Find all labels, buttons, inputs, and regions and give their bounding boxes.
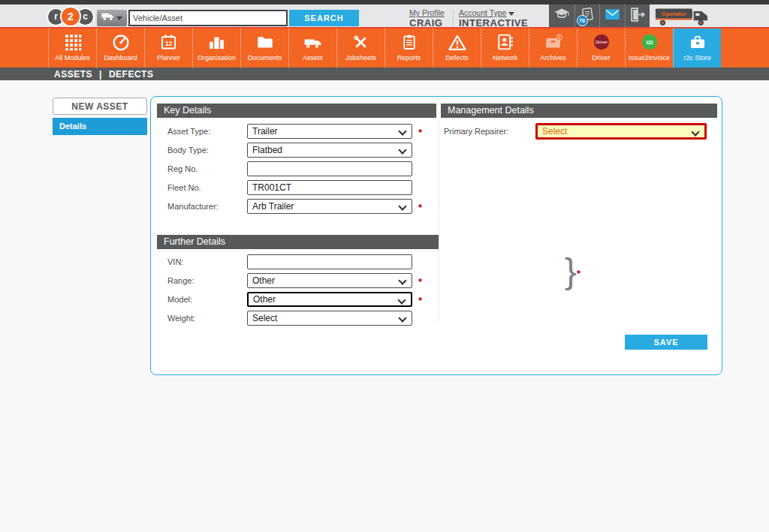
key-details-header: Key Details xyxy=(157,104,436,118)
nav-item-jobsheets[interactable]: Jobsheets xyxy=(336,29,384,68)
logo-letter-c: c xyxy=(77,9,93,25)
crossed-tools-icon xyxy=(351,31,370,53)
clipboard-icon xyxy=(400,31,418,53)
svg-text:i2i: i2i xyxy=(646,39,653,46)
my-profile-menu[interactable]: My Profile CRAIG xyxy=(409,8,445,28)
breadcrumb-separator: | xyxy=(99,69,102,80)
truck-icon xyxy=(303,31,323,53)
required-marker: * xyxy=(418,276,422,287)
model-label: Model: xyxy=(167,295,192,304)
required-marker: * xyxy=(418,127,422,138)
chevron-down-icon xyxy=(398,202,406,210)
vin-input[interactable] xyxy=(247,254,412,269)
asset-type-select[interactable]: Trailer xyxy=(247,124,412,139)
chevron-down-icon xyxy=(508,12,514,16)
weight-label: Weight: xyxy=(167,314,195,323)
briefcase-icon xyxy=(688,31,707,53)
primary-repairer-select[interactable]: Select xyxy=(535,123,707,140)
reg-no-label: Reg No. xyxy=(167,164,198,173)
driver-badge-icon: Driver xyxy=(592,31,611,53)
new-asset-button[interactable]: NEW ASSET xyxy=(53,98,147,115)
nav-item-dashboard[interactable]: Dashboard xyxy=(96,29,144,68)
chevron-down-icon xyxy=(691,128,699,136)
range-label: Range: xyxy=(167,276,194,285)
breadcrumb-assets[interactable]: ASSETS xyxy=(54,69,92,80)
nav-item-archives[interactable]: Archives xyxy=(529,29,577,68)
nav-item-driver[interactable]: Driver Driver xyxy=(577,29,625,68)
nav-item-organisation[interactable]: Organisation xyxy=(192,29,240,68)
model-select[interactable]: Other xyxy=(247,292,412,307)
sidebar-tab-details[interactable]: Details xyxy=(53,118,147,135)
body-type-select[interactable]: Flatbed xyxy=(247,143,412,158)
account-type-menu[interactable]: Account Type INTERACTIVE xyxy=(459,8,528,28)
graduation-cap-icon xyxy=(553,6,571,26)
weight-select[interactable]: Select xyxy=(247,311,412,326)
address-book-icon xyxy=(496,31,514,53)
r2c-logo[interactable]: r 2 c xyxy=(48,8,93,26)
nav-item-defects[interactable]: Defects xyxy=(433,29,481,68)
required-marker: * xyxy=(418,202,422,213)
logout-door-icon xyxy=(629,6,647,26)
grid-icon xyxy=(64,31,82,53)
svg-text:12: 12 xyxy=(165,41,173,47)
folder-icon xyxy=(255,31,275,53)
chevron-down-icon xyxy=(398,146,406,154)
manufacturer-label: Manufacturer: xyxy=(167,202,219,211)
mail-icon xyxy=(603,6,622,26)
warning-triangle-icon xyxy=(448,31,467,53)
management-details-header: Management Details xyxy=(441,104,717,118)
breadcrumb: ASSETS | DEFECTS xyxy=(0,68,769,80)
utility-icon-tray: 76 xyxy=(549,5,650,27)
asset-details-panel: Key Details Management Details Asset Typ… xyxy=(150,96,722,375)
chevron-down-icon xyxy=(397,296,406,304)
nav-item-all-modules[interactable]: All Modules xyxy=(48,29,96,68)
notification-count-badge: 76 xyxy=(577,15,588,26)
nav-item-network[interactable]: Network xyxy=(481,29,529,68)
nav-item-r2c-store[interactable]: r2c Store xyxy=(673,29,721,68)
nav-item-planner[interactable]: 12 Planner xyxy=(144,29,192,68)
nav-item-assets[interactable]: Assets xyxy=(288,29,336,68)
primary-repairer-label: Primary Repairer: xyxy=(444,127,508,136)
further-details-header: Further Details xyxy=(157,235,439,249)
manufacturer-select[interactable]: Arb Trailer xyxy=(247,199,412,214)
archive-box-icon xyxy=(543,31,563,53)
save-button[interactable]: SAVE xyxy=(625,335,707,350)
svg-text:Driver: Driver xyxy=(595,39,608,44)
range-select[interactable]: Other xyxy=(247,273,412,288)
chevron-down-icon xyxy=(398,127,406,135)
calendar-icon: 12 xyxy=(159,31,178,53)
top-bar: r 2 c SEARCH My Profile CRAIG Account Ty… xyxy=(0,5,769,27)
speedometer-icon xyxy=(111,31,131,53)
nav-item-issue2invoice[interactable]: i2i Issue2Invoice xyxy=(625,29,673,68)
i2i-badge-icon: i2i xyxy=(640,31,659,53)
logout-button[interactable] xyxy=(625,5,650,27)
fleet-no-label: Fleet No. xyxy=(167,183,201,192)
vin-label: VIN: xyxy=(167,257,183,266)
chevron-down-icon xyxy=(116,17,122,20)
operator-label: Operator xyxy=(662,11,686,17)
messages-button[interactable] xyxy=(599,5,625,27)
required-marker: * xyxy=(418,295,422,306)
nav-item-documents[interactable]: Documents xyxy=(240,29,288,68)
notifications-button[interactable]: 76 xyxy=(574,5,600,27)
nav-item-reports[interactable]: Reports xyxy=(384,29,433,68)
chevron-down-icon xyxy=(398,314,406,322)
asset-type-label: Asset Type: xyxy=(167,127,210,136)
account-type-link[interactable]: Account Type xyxy=(459,8,528,17)
search-input[interactable] xyxy=(128,10,288,26)
truck-icon xyxy=(101,11,114,25)
my-profile-link[interactable]: My Profile xyxy=(409,8,445,17)
chevron-down-icon xyxy=(398,276,406,284)
app-window: r 2 c SEARCH My Profile CRAIG Account Ty… xyxy=(0,0,769,532)
logo-letter-2: 2 xyxy=(62,8,80,26)
search-category-dropdown[interactable] xyxy=(97,10,127,26)
reg-no-input[interactable] xyxy=(247,161,412,176)
breadcrumb-defects[interactable]: DEFECTS xyxy=(109,69,154,80)
module-nav-bar: All Modules Dashboard 12 Planner Organis… xyxy=(0,27,769,68)
search-button[interactable]: SEARCH xyxy=(289,10,359,26)
buildings-icon xyxy=(207,31,226,53)
profile-divider xyxy=(453,11,454,27)
body-type-label: Body Type: xyxy=(167,146,209,155)
fleet-no-input[interactable] xyxy=(247,180,412,195)
training-button[interactable] xyxy=(549,5,574,27)
